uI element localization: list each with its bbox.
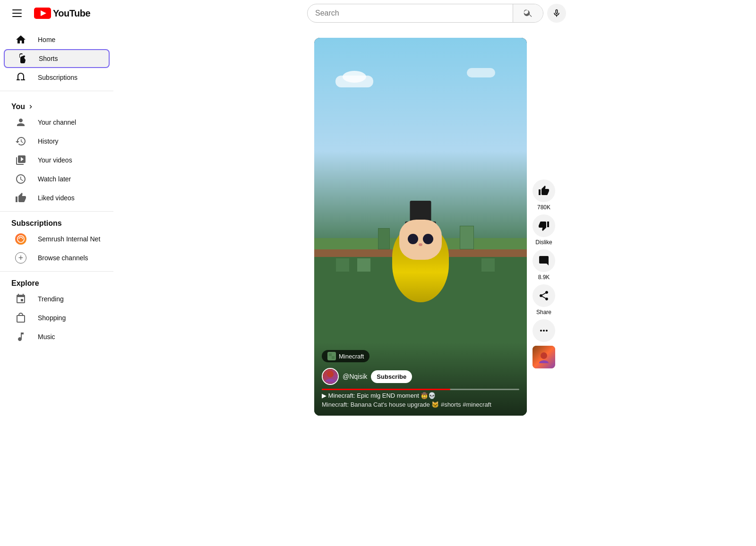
thumbs-up-icon	[15, 192, 26, 204]
chevron-right-icon	[27, 103, 34, 111]
comment-count: 8.9K	[538, 274, 550, 281]
sidebar-item-trending[interactable]: Trending	[4, 290, 110, 308]
sidebar-item-shorts[interactable]: Shorts	[4, 49, 110, 68]
trending-icon	[15, 293, 26, 305]
progress-fill	[322, 389, 450, 390]
semrush-avatar	[15, 233, 26, 245]
add-channel-icon: +	[15, 252, 26, 264]
explore-section-title: Explore	[0, 275, 113, 290]
banana-cat-character	[387, 198, 454, 302]
header-center	[125, 4, 748, 23]
dislike-button[interactable]: Dislike	[533, 214, 555, 246]
sidebar-item-watch-later[interactable]: Watch later	[4, 170, 110, 188]
logo-text: YouTube	[53, 8, 90, 19]
sidebar-item-label-subscriptions: Subscriptions	[38, 74, 77, 81]
browse-channels-label: Browse channels	[38, 254, 88, 262]
next-video-avatar	[537, 350, 551, 364]
thumbs-up-icon	[538, 185, 550, 196]
header-left: YouTube	[8, 4, 121, 23]
svg-point-2	[17, 236, 24, 242]
you-section-title[interactable]: You	[0, 95, 113, 113]
mic-button[interactable]	[547, 4, 566, 23]
channel-name: @Nqisik	[343, 373, 367, 380]
channel-avatar[interactable]	[322, 368, 339, 385]
sidebar-item-label-watch-later: Watch later	[38, 175, 71, 183]
sidebar-item-label-your-channel: Your channel	[38, 119, 76, 126]
like-count: 780K	[537, 204, 550, 211]
home-icon	[15, 34, 26, 45]
like-button[interactable]: 780K	[533, 179, 555, 211]
cat-eye-left	[408, 234, 418, 244]
thumbs-down-icon	[538, 220, 550, 231]
clouds-2	[467, 68, 495, 77]
menu-button[interactable]	[8, 4, 26, 23]
comment-button[interactable]: 8.9K	[533, 249, 555, 281]
more-icon-circle	[533, 319, 555, 342]
person-icon	[15, 117, 26, 128]
sidebar-item-your-videos[interactable]: Your videos	[4, 151, 110, 170]
cat-eye-right	[423, 234, 433, 244]
sidebar-item-label-home: Home	[38, 36, 55, 43]
shopping-icon	[15, 312, 26, 324]
youtube-logo[interactable]: YouTube	[34, 8, 90, 19]
mic-icon	[552, 9, 561, 18]
sidebar: Home Shorts Subscriptions You	[0, 26, 113, 427]
sidebar-item-liked-videos[interactable]: Liked videos	[4, 188, 110, 207]
shorts-container: Minecraft @Nqisik Subscri	[314, 38, 555, 416]
divider-2	[0, 211, 113, 212]
more-icon	[538, 325, 550, 336]
comment-icon	[538, 255, 550, 266]
svg-point-4	[327, 371, 334, 377]
watch-later-icon	[15, 173, 26, 185]
search-bar	[307, 4, 543, 23]
sidebar-item-label-trending: Trending	[38, 295, 64, 303]
sidebar-item-history[interactable]: History	[4, 132, 110, 151]
video-title: ▶ Minecraft: Epic mlg END moment 🤠💀	[322, 392, 519, 399]
next-video-thumbnail[interactable]	[533, 346, 555, 368]
history-icon	[15, 136, 26, 147]
header: YouTube	[0, 0, 756, 26]
minecraft-tag[interactable]: Minecraft	[322, 350, 369, 362]
like-icon-circle	[533, 179, 555, 202]
hamburger-icon	[12, 9, 22, 17]
minecraft-logo	[327, 352, 336, 360]
share-button[interactable]: Share	[533, 284, 555, 316]
semrush-label: Semrush Internal Net	[38, 235, 100, 243]
sidebar-item-subscriptions[interactable]: Subscriptions	[4, 68, 110, 87]
minecraft-tag-label: Minecraft	[339, 353, 364, 360]
sidebar-item-browse-channels[interactable]: + Browse channels	[4, 248, 110, 267]
subscriptions-section-title: Subscriptions	[0, 215, 113, 230]
sidebar-item-label-shorts: Shorts	[39, 55, 58, 62]
subscribe-button[interactable]: Subscribe	[371, 370, 412, 383]
youtube-logo-icon	[34, 8, 51, 19]
sidebar-item-music[interactable]: Music	[4, 327, 110, 346]
divider-1	[0, 91, 113, 91]
shorts-video-player[interactable]: Minecraft @Nqisik Subscri	[314, 38, 527, 416]
search-icon	[524, 9, 533, 18]
dislike-icon-circle	[533, 214, 555, 237]
sidebar-item-home[interactable]: Home	[4, 30, 110, 49]
share-icon-circle	[533, 284, 555, 307]
clouds-1	[335, 76, 373, 87]
progress-bar-container[interactable]	[322, 389, 519, 390]
dislike-label: Dislike	[535, 239, 552, 246]
video-overlay: Minecraft @Nqisik Subscri	[314, 342, 527, 416]
share-icon	[538, 290, 550, 301]
sidebar-item-your-channel[interactable]: Your channel	[4, 113, 110, 132]
video-icon	[15, 154, 26, 166]
comment-icon-circle	[533, 249, 555, 272]
sidebar-item-label-shopping: Shopping	[38, 314, 66, 322]
video-description: Minecraft: Banana Cat's house upgrade 🐱 …	[322, 401, 519, 408]
search-button[interactable]	[513, 4, 543, 23]
svg-point-5	[541, 352, 547, 359]
side-actions: 780K Dislike 8.9	[533, 38, 555, 368]
layout: Home Shorts Subscriptions You	[0, 0, 756, 427]
sidebar-item-shopping[interactable]: Shopping	[4, 308, 110, 327]
sidebar-item-label-your-videos: Your videos	[38, 156, 72, 164]
music-icon	[15, 331, 26, 342]
subscription-item-semrush[interactable]: Semrush Internal Net	[4, 230, 110, 248]
progress-bar	[322, 389, 519, 390]
main-content: Minecraft @Nqisik Subscri	[113, 26, 756, 427]
more-button[interactable]	[533, 319, 555, 342]
search-input[interactable]	[308, 9, 513, 17]
